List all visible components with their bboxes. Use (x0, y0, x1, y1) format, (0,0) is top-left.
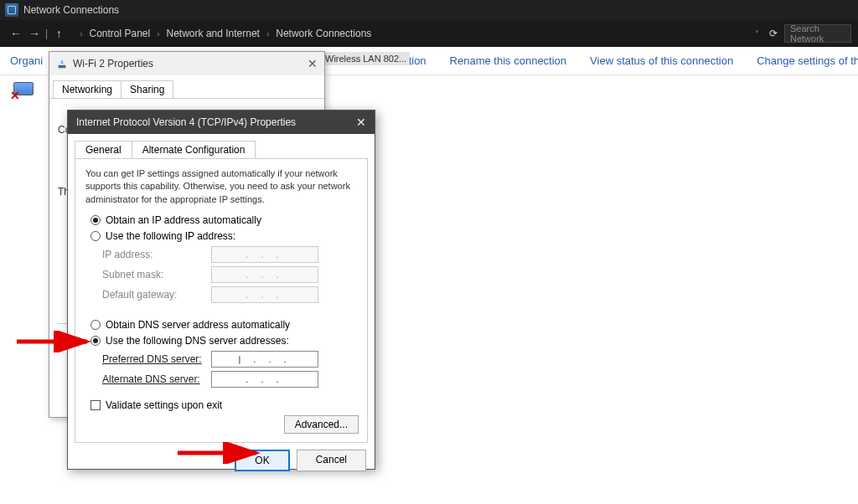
svg-rect-0 (59, 65, 66, 69)
tab-general[interactable]: General (75, 141, 132, 158)
ip-address-input: . . . (211, 246, 318, 263)
radio-use-ip-label: Use the following IP address: (106, 230, 235, 242)
refresh-button[interactable]: ⟳ (769, 28, 778, 39)
network-adapter-icon: ✕ (10, 82, 37, 100)
dropdown-chevron-icon[interactable]: ˅ (755, 29, 759, 39)
wifi-tabs: Networking Sharing (49, 75, 324, 98)
window-title: Network Connections (23, 4, 119, 16)
radio-use-following-dns[interactable]: Use the following DNS server addresses: (90, 335, 357, 347)
close-icon[interactable]: ✕ (308, 57, 318, 70)
ipv4-tab-content: You can get IP settings assigned automat… (75, 158, 368, 443)
radio-icon (90, 215, 101, 225)
forward-button[interactable]: → (25, 27, 44, 40)
subnet-mask-input: . . . (211, 266, 318, 283)
crumb-network-internet[interactable]: Network and Internet (162, 28, 265, 39)
radio-obtain-ip-auto[interactable]: Obtain an IP address automatically (90, 214, 357, 226)
app-icon (5, 3, 18, 17)
crumb-control-panel[interactable]: Control Panel (84, 28, 155, 39)
wifi-dialog-title: Wi-Fi 2 Properties (73, 58, 153, 69)
tab-networking[interactable]: Networking (53, 80, 121, 98)
navbar: ← → | ↑ › Control Panel › Network and In… (0, 20, 858, 47)
ip-address-row: IP address: . . . (102, 246, 357, 263)
cancel-button[interactable]: Cancel (297, 450, 366, 471)
subnet-mask-row: Subnet mask: . . . (102, 266, 357, 283)
preferred-dns-label: Preferred DNS server: (102, 353, 202, 365)
disabled-x-icon: ✕ (10, 89, 20, 102)
change-settings[interactable]: Change settings of this connection (757, 54, 858, 67)
radio-icon (90, 231, 101, 241)
radio-icon (90, 320, 101, 330)
alternate-dns-row: Alternate DNS server: . . . (102, 371, 357, 388)
ipv4-dialog-titlebar[interactable]: Internet Protocol Version 4 (TCP/IPv4) P… (68, 111, 375, 134)
radio-obtain-ip-label: Obtain an IP address automatically (106, 214, 261, 226)
default-gateway-label: Default gateway: (102, 289, 211, 301)
preferred-dns-input[interactable]: | . . . (211, 351, 318, 368)
view-status[interactable]: View status of this connection (590, 54, 733, 67)
subnet-mask-label: Subnet mask: (102, 269, 211, 280)
chevron-right-icon: › (157, 29, 159, 39)
ip-address-label: IP address: (102, 249, 211, 260)
alternate-dns-input[interactable]: . . . (211, 371, 318, 388)
ipv4-properties-dialog: Internet Protocol Version 4 (TCP/IPv4) P… (67, 110, 375, 470)
dialog-buttons: OK Cancel (68, 450, 375, 480)
crumb-network-connections[interactable]: Network Connections (271, 28, 376, 39)
ok-button[interactable]: OK (235, 450, 289, 471)
radio-obtain-dns-label: Obtain DNS server address automatically (106, 319, 290, 331)
alternate-dns-label: Alternate DNS server: (102, 373, 200, 385)
tab-sharing[interactable]: Sharing (121, 80, 173, 98)
close-icon[interactable]: ✕ (356, 116, 366, 129)
chevron-right-icon: › (80, 29, 82, 39)
wireless-lan-label: Wireless LAN 802... (322, 52, 410, 65)
radio-use-following-ip[interactable]: Use the following IP address: (90, 230, 357, 242)
search-input[interactable]: Search Network (784, 24, 851, 43)
organize-menu[interactable]: Organi (10, 54, 43, 67)
ipv4-tabs: General Alternate Configuration (68, 134, 375, 158)
default-gateway-row: Default gateway: . . . (102, 286, 357, 303)
validate-settings-label: Validate settings upon exit (106, 399, 222, 411)
radio-use-dns-label: Use the following DNS server addresses: (106, 335, 289, 347)
checkbox-icon (90, 400, 101, 410)
radio-icon (90, 336, 101, 346)
rename-connection[interactable]: Rename this connection (450, 54, 566, 67)
window-titlebar: Network Connections (0, 0, 858, 20)
up-button[interactable]: ↑ (49, 27, 68, 40)
tab-alternate-config[interactable]: Alternate Configuration (132, 141, 256, 158)
radio-obtain-dns-auto[interactable]: Obtain DNS server address automatically (90, 319, 357, 331)
wifi-dialog-titlebar[interactable]: Wi-Fi 2 Properties ✕ (49, 52, 324, 75)
validate-settings-checkbox[interactable]: Validate settings upon exit (90, 399, 357, 411)
ipv4-dialog-title: Internet Protocol Version 4 (TCP/IPv4) P… (76, 116, 296, 128)
default-gateway-input: . . . (211, 286, 318, 303)
ipv4-description: You can get IP settings assigned automat… (85, 167, 357, 206)
nav-separator: | (45, 28, 48, 39)
advanced-button[interactable]: Advanced... (284, 415, 359, 434)
back-button[interactable]: ← (7, 27, 25, 40)
wifi-adapter-icon (56, 58, 68, 69)
chevron-right-icon: › (266, 29, 269, 39)
preferred-dns-row: Preferred DNS server: | . . . (102, 351, 357, 368)
